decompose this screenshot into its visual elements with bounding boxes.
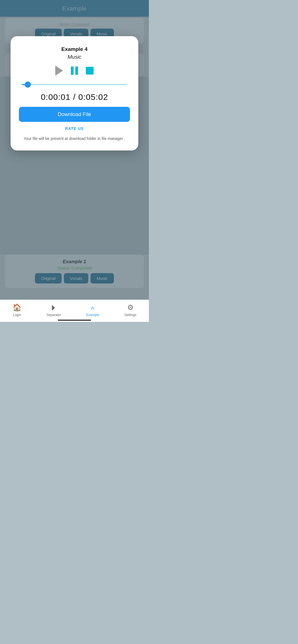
progress-container[interactable]: [22, 81, 127, 88]
rate-us-link[interactable]: RATE US: [19, 126, 130, 131]
bottom-nav: 🏠 Login ⏵ Separator ⍲ Example ⚙ Settings: [0, 300, 149, 322]
example-icon: ⍲: [91, 303, 95, 312]
info-text: Your file will be present at download fo…: [19, 136, 130, 142]
nav-login[interactable]: 🏠 Login: [12, 303, 21, 317]
pause-button[interactable]: [71, 66, 78, 75]
nav-settings-label: Settings: [124, 313, 136, 317]
nav-example-label: Example: [86, 313, 99, 317]
nav-separator[interactable]: ⏵ Separator: [46, 303, 61, 317]
progress-thumb[interactable]: [25, 82, 31, 88]
overlay-backdrop: Example 4 Music 0:00:01 / 0:05:02 Downlo…: [0, 0, 149, 322]
player-modal: Example 4 Music 0:00:01 / 0:05:02 Downlo…: [11, 36, 138, 150]
nav-separator-label: Separator: [46, 313, 61, 317]
modal-subtitle: Music: [19, 54, 130, 60]
pause-bar-left: [71, 66, 74, 75]
play-button[interactable]: [55, 66, 63, 76]
nav-example[interactable]: ⍲ Example: [86, 303, 99, 317]
play-circle-icon: ⏵: [50, 303, 58, 312]
nav-login-label: Login: [13, 313, 21, 317]
stop-button[interactable]: [86, 67, 94, 75]
player-controls: [19, 66, 130, 76]
progress-track: [22, 84, 127, 85]
time-display: 0:00:01 / 0:05:02: [19, 92, 130, 102]
download-button[interactable]: Download File: [19, 107, 130, 122]
pause-bar-right: [75, 66, 78, 75]
gear-icon: ⚙: [127, 303, 134, 312]
home-icon: 🏠: [12, 303, 21, 312]
nav-settings[interactable]: ⚙ Settings: [124, 303, 136, 317]
home-indicator: [58, 320, 91, 321]
modal-title: Example 4: [19, 46, 130, 52]
